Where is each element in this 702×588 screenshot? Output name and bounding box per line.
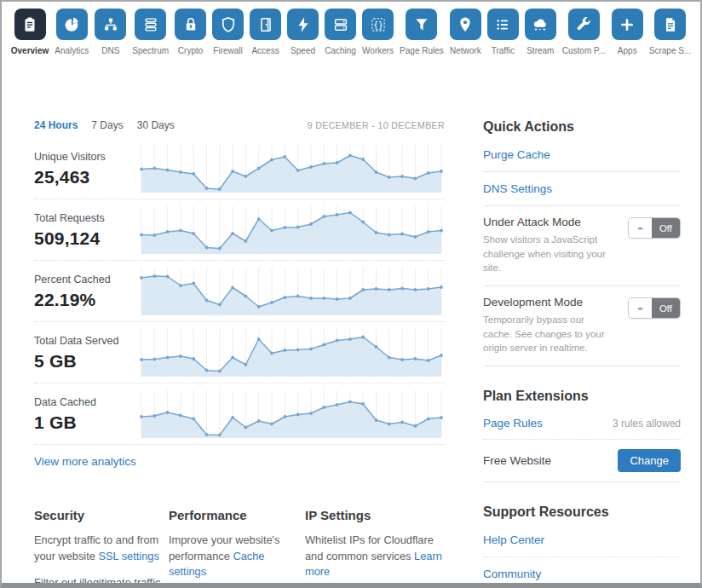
purge-cache-link[interactable]: Purge Cache bbox=[483, 138, 681, 172]
nav-label: Caching bbox=[325, 46, 356, 55]
under-attack-mode-row: Under Attack Mode Show visitors a JavaSc… bbox=[483, 206, 681, 286]
metric-label: Unique Visitors bbox=[34, 151, 138, 163]
door-icon bbox=[256, 15, 275, 34]
nav-item-apps[interactable]: Apps bbox=[612, 9, 643, 55]
tree-icon bbox=[101, 15, 120, 34]
change-plan-button[interactable]: Change bbox=[618, 449, 681, 472]
nav-item-workers[interactable]: {} Workers bbox=[362, 9, 394, 55]
lightning-icon bbox=[294, 15, 313, 34]
metric-row-percent-cached: Percent Cached 22.19% bbox=[34, 261, 445, 322]
section-text: Filter out illegitimate traffic Firewall… bbox=[34, 575, 162, 588]
nav-label: Analytics bbox=[55, 46, 89, 55]
total-requests-chart bbox=[138, 204, 445, 257]
tab-24-hours[interactable]: 24 Hours bbox=[34, 119, 78, 131]
percent-cached-chart bbox=[138, 265, 445, 318]
dns-settings-link[interactable]: DNS Settings bbox=[483, 172, 681, 206]
tab-30-days[interactable]: 30 Days bbox=[137, 119, 175, 131]
metric-label: Percent Cached bbox=[34, 274, 138, 285]
cloud-icon bbox=[531, 15, 550, 34]
tab-7-days[interactable]: 7 Days bbox=[91, 119, 123, 131]
security-section: Security Encrypt traffic to and from you… bbox=[34, 508, 162, 588]
plan-extensions-title: Plan Extensions bbox=[483, 389, 681, 404]
metric-label: Data Cached bbox=[34, 396, 138, 408]
nav-item-page-rules[interactable]: Page Rules bbox=[400, 9, 444, 55]
metric-value: 25,463 bbox=[34, 167, 138, 187]
document-icon bbox=[661, 15, 680, 34]
nav-item-speed[interactable]: Speed bbox=[287, 9, 319, 55]
funnel-icon bbox=[412, 15, 431, 34]
pin-icon bbox=[456, 15, 475, 34]
product-nav: Overview Analytics bbox=[2, 2, 700, 55]
clipboard-icon bbox=[20, 15, 39, 34]
time-range-tabs: 24 Hours 7 Days 30 Days bbox=[34, 119, 175, 131]
nav-item-analytics[interactable]: Analytics bbox=[55, 9, 89, 55]
ssl-settings-link[interactable]: SSL settings bbox=[98, 550, 158, 562]
nav-item-caching[interactable]: Caching bbox=[325, 9, 356, 55]
development-mode-row: Development Mode Temporarily bypass our … bbox=[483, 286, 681, 366]
metric-value: 509,124 bbox=[34, 228, 138, 249]
metric-row-total-data-served: Total Data Served 5 GB bbox=[34, 322, 445, 383]
analytics-header: 24 Hours 7 Days 30 Days 9 DECEMBER - 10 … bbox=[34, 119, 445, 138]
view-more-analytics-link[interactable]: View more analytics bbox=[34, 455, 136, 468]
section-title: IP Settings bbox=[305, 508, 446, 522]
metric-row-unique-visitors: Unique Visitors 25,463 bbox=[34, 138, 445, 199]
metric-row-data-cached: Data Cached 1 GB bbox=[34, 383, 445, 445]
toggle-description: Show visitors a JavaScript challenge whe… bbox=[483, 233, 611, 275]
development-mode-toggle[interactable]: Off bbox=[628, 297, 681, 319]
section-text: Encrypt traffic to and from your website… bbox=[34, 533, 162, 564]
unique-visitors-chart bbox=[138, 142, 445, 195]
settings-shortcuts: Security Encrypt traffic to and from you… bbox=[34, 508, 445, 588]
plan-name: Free Website bbox=[483, 454, 551, 467]
page-rules-link[interactable]: Page Rules bbox=[483, 417, 543, 429]
nav-item-firewall[interactable]: Firewall bbox=[212, 9, 244, 55]
nav-item-scrape-shield[interactable]: Scrape S... bbox=[649, 9, 691, 55]
total-data-served-chart bbox=[138, 326, 445, 379]
nav-label: Workers bbox=[362, 46, 394, 55]
nav-item-traffic[interactable]: Traffic bbox=[487, 9, 519, 55]
metric-value: 5 GB bbox=[34, 351, 138, 372]
section-title: Performance bbox=[169, 508, 298, 522]
ip-settings-section: IP Settings Whitelist IPs for Cloudflare… bbox=[305, 508, 446, 588]
metric-value: 22.19% bbox=[34, 290, 138, 310]
nav-item-custom-pages[interactable]: Custom P... bbox=[562, 9, 606, 55]
wrench-icon bbox=[574, 15, 593, 34]
page-rules-note: 3 rules allowed bbox=[613, 418, 681, 429]
nav-label: Access bbox=[251, 46, 279, 55]
nav-item-overview[interactable]: Overview bbox=[11, 9, 49, 55]
nav-item-access[interactable]: Access bbox=[250, 9, 281, 55]
nav-item-crypto[interactable]: Crypto bbox=[175, 9, 206, 55]
metric-label: Total Requests bbox=[34, 212, 138, 224]
nav-item-spectrum[interactable]: Spectrum bbox=[132, 9, 169, 55]
main-content: 24 Hours 7 Days 30 Days 9 DECEMBER - 10 … bbox=[2, 55, 700, 588]
nav-item-dns[interactable]: DNS bbox=[95, 9, 126, 55]
page-rules-row: Page Rules 3 rules allowed bbox=[483, 407, 681, 440]
server-icon bbox=[331, 15, 350, 34]
nav-item-network[interactable]: Network bbox=[450, 9, 481, 55]
under-attack-mode-toggle[interactable]: Off bbox=[628, 217, 681, 239]
date-range-label: 9 DECEMBER - 10 DECEMBER bbox=[308, 120, 445, 130]
nav-label: Custom P... bbox=[562, 46, 606, 55]
nav-label: Overview bbox=[11, 46, 49, 55]
stack-icon bbox=[141, 15, 160, 34]
pie-chart-icon bbox=[62, 15, 81, 34]
toggle-handle-icon bbox=[629, 298, 652, 318]
section-text: Improve your website's performance Cache… bbox=[169, 533, 298, 580]
section-title: Security bbox=[34, 508, 162, 522]
toggle-state: Off bbox=[652, 298, 680, 318]
nav-label: Speed bbox=[291, 46, 315, 55]
nav-label: Spectrum bbox=[132, 46, 169, 55]
community-link[interactable]: Community bbox=[483, 557, 681, 588]
nav-label: Traffic bbox=[492, 46, 515, 55]
metric-value: 1 GB bbox=[34, 412, 138, 433]
overview-tile bbox=[14, 9, 46, 40]
toggle-label: Under Attack Mode bbox=[483, 216, 611, 228]
help-center-link[interactable]: Help Center bbox=[483, 523, 681, 557]
sidebar: Quick Actions Purge Cache DNS Settings U… bbox=[483, 119, 681, 588]
nav-label: DNS bbox=[101, 46, 119, 55]
svg-text:{}: {} bbox=[373, 20, 383, 29]
nav-item-stream[interactable]: Stream bbox=[525, 9, 556, 55]
lock-icon bbox=[181, 15, 200, 34]
toggle-state: Off bbox=[652, 218, 680, 238]
toggle-description: Temporarily bypass our cache. See change… bbox=[483, 313, 611, 355]
list-icon bbox=[493, 15, 512, 34]
